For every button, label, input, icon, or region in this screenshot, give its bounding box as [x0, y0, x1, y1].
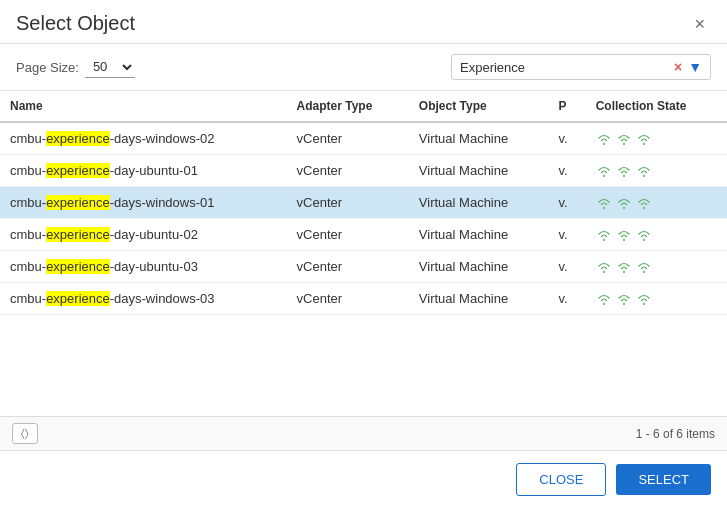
table-row[interactable]: cmbu-experience-day-ubuntu-03vCenterVirt… [0, 251, 727, 283]
cell-version: v. [548, 283, 585, 315]
status-icon-1 [596, 260, 612, 274]
status-icon-1 [596, 228, 612, 242]
cell-version: v. [548, 251, 585, 283]
table-row[interactable]: cmbu-experience-days-windows-02vCenterVi… [0, 122, 727, 155]
status-icon-2 [616, 260, 632, 274]
status-icon-3 [636, 260, 652, 274]
dialog-footer: CLOSE SELECT [0, 450, 727, 508]
cell-collection-state [586, 219, 727, 251]
cell-name: cmbu-experience-days-windows-03 [0, 283, 287, 315]
status-icon-1 [596, 292, 612, 306]
status-icon-3 [636, 164, 652, 178]
page-size-select[interactable]: 50 25 100 [85, 56, 135, 78]
col-header-collection-state: Collection State [586, 91, 727, 122]
footer-bar: 〈〉 1 - 6 of 6 items [0, 416, 727, 450]
table-wrapper: Name Adapter Type Object Type P Collecti… [0, 91, 727, 416]
close-button[interactable]: CLOSE [516, 463, 606, 496]
status-icon-3 [636, 132, 652, 146]
col-header-name: Name [0, 91, 287, 122]
cell-name: cmbu-experience-day-ubuntu-02 [0, 219, 287, 251]
cell-adapter-type: vCenter [287, 155, 409, 187]
dialog-header: Select Object × [0, 0, 727, 44]
cell-name: cmbu-experience-days-windows-01 [0, 187, 287, 219]
cell-collection-state [586, 251, 727, 283]
cell-adapter-type: vCenter [287, 219, 409, 251]
objects-table: Name Adapter Type Object Type P Collecti… [0, 91, 727, 315]
cell-object-type: Virtual Machine [409, 283, 549, 315]
status-icon-3 [636, 196, 652, 210]
search-area: × ▼ [451, 54, 711, 80]
cell-object-type: Virtual Machine [409, 251, 549, 283]
pagination-info: 1 - 6 of 6 items [636, 427, 715, 441]
cell-collection-state [586, 122, 727, 155]
select-object-dialog: Select Object × Page Size: 50 25 100 × ▼… [0, 0, 727, 508]
status-icon-2 [616, 228, 632, 242]
table-row[interactable]: cmbu-experience-day-ubuntu-02vCenterVirt… [0, 219, 727, 251]
dialog-title: Select Object [16, 12, 135, 35]
table-row[interactable]: cmbu-experience-day-ubuntu-01vCenterVirt… [0, 155, 727, 187]
status-icon-2 [616, 292, 632, 306]
table-row[interactable]: cmbu-experience-days-windows-03vCenterVi… [0, 283, 727, 315]
cell-collection-state [586, 155, 727, 187]
status-icon-2 [616, 196, 632, 210]
col-header-object-type: Object Type [409, 91, 549, 122]
cell-object-type: Virtual Machine [409, 187, 549, 219]
page-size-area: Page Size: 50 25 100 [16, 56, 135, 78]
cell-name: cmbu-experience-days-windows-02 [0, 122, 287, 155]
status-icon-3 [636, 228, 652, 242]
status-icon-1 [596, 132, 612, 146]
status-icon-3 [636, 292, 652, 306]
col-header-adapter-type: Adapter Type [287, 91, 409, 122]
cell-adapter-type: vCenter [287, 122, 409, 155]
cell-name: cmbu-experience-day-ubuntu-03 [0, 251, 287, 283]
filter-icon[interactable]: ▼ [688, 59, 702, 75]
search-clear-button[interactable]: × [674, 60, 682, 74]
cell-adapter-type: vCenter [287, 251, 409, 283]
search-input[interactable] [460, 60, 668, 75]
cell-object-type: Virtual Machine [409, 219, 549, 251]
toggle-panel-button[interactable]: 〈〉 [12, 423, 38, 444]
cell-version: v. [548, 155, 585, 187]
page-size-label: Page Size: [16, 60, 79, 75]
toolbar: Page Size: 50 25 100 × ▼ [0, 44, 727, 91]
status-icon-2 [616, 132, 632, 146]
cell-collection-state [586, 187, 727, 219]
status-icon-2 [616, 164, 632, 178]
col-header-p: P [548, 91, 585, 122]
select-button[interactable]: SELECT [616, 464, 711, 495]
status-icon-1 [596, 196, 612, 210]
status-icon-1 [596, 164, 612, 178]
cell-adapter-type: vCenter [287, 283, 409, 315]
cell-adapter-type: vCenter [287, 187, 409, 219]
cell-version: v. [548, 219, 585, 251]
cell-object-type: Virtual Machine [409, 155, 549, 187]
dialog-close-x-button[interactable]: × [688, 13, 711, 35]
cell-collection-state [586, 283, 727, 315]
table-row[interactable]: cmbu-experience-days-windows-01vCenterVi… [0, 187, 727, 219]
cell-version: v. [548, 122, 585, 155]
cell-name: cmbu-experience-day-ubuntu-01 [0, 155, 287, 187]
cell-object-type: Virtual Machine [409, 122, 549, 155]
cell-version: v. [548, 187, 585, 219]
